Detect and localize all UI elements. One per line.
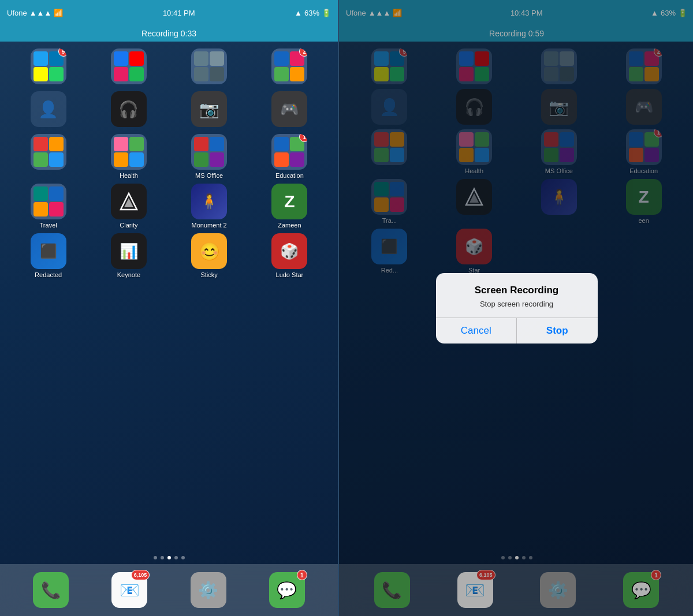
gmail-emoji: 📧	[120, 581, 140, 600]
folder-mini	[290, 152, 304, 167]
app-item-msoffice[interactable]: MS Office	[172, 134, 247, 179]
gamepad-emoji: 🎮	[280, 100, 299, 118]
folder-mini	[194, 137, 208, 151]
app-icon-headphones[interactable]: 🎧	[111, 91, 147, 127]
folder-mini	[194, 152, 208, 167]
person-icon: 👤	[38, 100, 58, 119]
app-item-headphones[interactable]: 🎧	[91, 91, 166, 129]
phone-emoji: 📞	[41, 581, 61, 600]
dock-icon-phone[interactable]: 📞	[33, 572, 69, 608]
dock-app-gmail[interactable]: 📧 6,105	[111, 572, 147, 608]
left-recording-text: Recording 0:33	[141, 29, 196, 38]
app-label-travel: Travel	[40, 222, 57, 229]
folder-mini	[49, 186, 64, 201]
dock-badge-messages: 1	[297, 570, 307, 580]
app-item-monument2[interactable]: 🧍 Monument 2	[172, 184, 247, 229]
folder-mini	[274, 67, 289, 81]
left-battery-icon: 🔋	[322, 9, 331, 17]
alert-stop-button[interactable]: Stop	[517, 318, 598, 344]
dock-app-settings[interactable]: ⚙️	[191, 572, 226, 608]
app-icon-education[interactable]: 1	[271, 134, 307, 170]
left-status-right: ▲ 63% 🔋	[295, 9, 331, 17]
folder-mini	[194, 67, 208, 81]
app-icon-travel[interactable]	[31, 184, 66, 219]
left-time: 10:41 PM	[163, 9, 195, 17]
alert-title: Screen Recording	[445, 285, 588, 296]
folder-mini	[129, 152, 144, 167]
app-icon-ludostar[interactable]: 🎲	[271, 233, 307, 269]
app-icon-apps2[interactable]	[31, 134, 66, 170]
app-label-health: Health	[120, 172, 138, 179]
app-label-education: Education	[275, 172, 304, 179]
app-item-camera[interactable]: 📷	[172, 91, 247, 129]
folder-mini	[194, 51, 208, 66]
left-wifi-icon: 📶	[54, 9, 63, 17]
app-icon-utils[interactable]	[191, 48, 227, 84]
messages-emoji: 💬	[277, 581, 297, 600]
app-item-travel[interactable]: Travel	[10, 184, 86, 229]
app-label-msoffice: MS Office	[195, 172, 223, 179]
dock-icon-gmail[interactable]: 📧 6,105	[111, 572, 147, 608]
dock-icon-settings[interactable]: ⚙️	[191, 572, 226, 608]
left-page-dots	[0, 556, 338, 559]
folder-mini	[210, 152, 224, 167]
folder-mini	[274, 51, 289, 66]
dock-app-phone[interactable]: 📞	[33, 572, 69, 608]
folder-mini	[33, 186, 48, 201]
dot-2	[161, 556, 164, 559]
app-item-social[interactable]: 9	[10, 48, 86, 87]
folder-mini	[129, 137, 144, 151]
folder-mini	[33, 202, 48, 216]
app-icon-social[interactable]: 9	[31, 48, 66, 84]
app-item-health[interactable]: Health	[91, 134, 166, 179]
app-icon-health[interactable]	[111, 134, 147, 170]
app-item-zameen[interactable]: Z Zameen	[252, 184, 327, 229]
app-label-ludostar: Ludo Star	[276, 271, 304, 278]
headphones-emoji: 🎧	[118, 100, 139, 119]
folder-mini	[114, 51, 128, 66]
app-label-keynote: Keynote	[117, 271, 140, 278]
ludo-emoji: 🎲	[280, 242, 299, 260]
folder-mini	[114, 137, 128, 151]
app-icon-monument2[interactable]: 🧍	[191, 184, 227, 219]
app-icon-clarity[interactable]	[111, 184, 147, 219]
app-item-sticky[interactable]: 😊 Sticky	[172, 233, 247, 278]
app-label-sticky: Sticky	[200, 271, 217, 278]
app-item-media[interactable]	[91, 48, 166, 87]
app-icon-media[interactable]	[111, 48, 147, 84]
zameen-letter: Z	[284, 192, 295, 211]
app-item-apps2[interactable]	[10, 134, 86, 179]
app-item-clarity[interactable]: Clarity	[91, 184, 166, 229]
dock-app-messages[interactable]: 💬 1	[269, 572, 305, 608]
left-app-grid-row1: 9	[0, 42, 338, 285]
app-icon-camera[interactable]: 📷	[191, 91, 227, 127]
app-icon-msoffice[interactable]	[191, 134, 227, 170]
app-icon-redacted[interactable]: ⬛	[31, 233, 66, 269]
folder-mini	[210, 137, 224, 151]
app-item-keynote[interactable]: 📊 Keynote	[91, 233, 166, 278]
dock-icon-messages[interactable]: 💬 1	[269, 572, 305, 608]
app-icon-sticky[interactable]: 😊	[191, 233, 227, 269]
left-recording-bar: Recording 0:33	[0, 25, 338, 42]
app-item-redacted[interactable]: ⬛ Redacted	[10, 233, 86, 278]
app-item-education[interactable]: 1 Education	[252, 134, 327, 179]
app-item-person1: 👤	[10, 91, 86, 129]
clarity-icon	[118, 191, 139, 212]
right-phone-screen: Ufone ▲▲▲ 📶 10:43 PM ▲ 63% 🔋 Recording 0…	[339, 0, 693, 616]
camera-emoji: 📷	[199, 100, 219, 119]
app-item-ludostar[interactable]: 🎲 Ludo Star	[252, 233, 327, 278]
app-item-gamepad[interactable]: 🎮	[252, 91, 327, 129]
app-item-games[interactable]: 2	[252, 48, 327, 87]
alert-dialog: Screen Recording Stop screen recording C…	[436, 273, 598, 344]
app-item-utils[interactable]	[172, 48, 247, 87]
sticky-emoji: 😊	[199, 241, 220, 262]
app-label-clarity: Clarity	[120, 222, 137, 229]
alert-cancel-button[interactable]: Cancel	[436, 318, 517, 344]
app-icon-games[interactable]: 2	[271, 48, 307, 84]
app-icon-zameen[interactable]: Z	[271, 184, 307, 219]
app-icon-keynote[interactable]: 📊	[111, 233, 147, 269]
folder-mini	[210, 67, 224, 81]
left-dock: 📞 📧 6,105 ⚙️ 💬 1	[0, 564, 338, 616]
app-icon-gamepad[interactable]: 🎮	[271, 91, 307, 127]
app-label-zameen: Zameen	[278, 222, 301, 229]
